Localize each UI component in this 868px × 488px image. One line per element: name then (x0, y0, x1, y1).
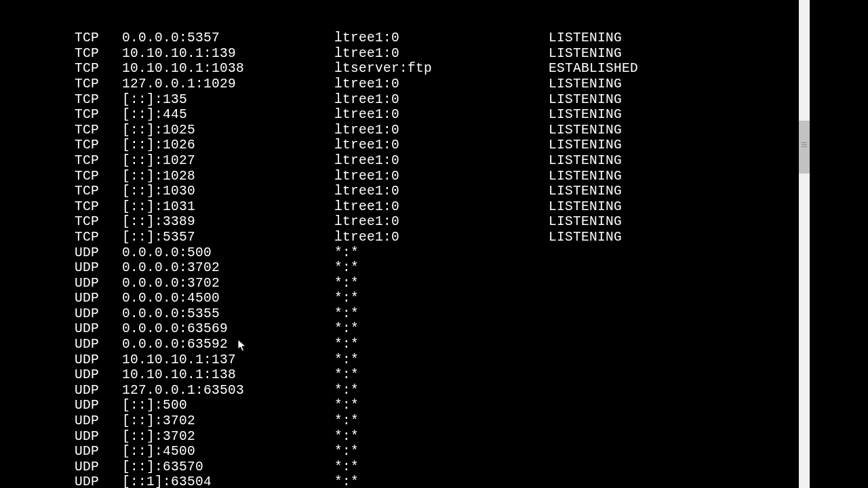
netstat-row: TCP[::]:135ltree1:0LISTENING (57, 92, 799, 108)
col-foreign-address: ltree1:0 (334, 77, 549, 92)
col-state: LISTENING (549, 169, 622, 184)
col-foreign-address: *:* (334, 337, 549, 352)
col-proto: UDP (57, 383, 122, 399)
netstat-row: TCP[::]:1027ltree1:0LISTENING (57, 153, 799, 169)
netstat-row: UDP[::]:4500*:* (57, 444, 799, 460)
netstat-row: TCP0.0.0.0:5357ltree1:0LISTENING (57, 30, 799, 46)
col-proto: TCP (57, 77, 122, 92)
col-local-address: [::]:63570 (122, 460, 334, 475)
col-foreign-address: ltree1:0 (334, 123, 549, 138)
col-proto: UDP (57, 291, 122, 306)
col-proto: UDP (57, 260, 122, 276)
col-proto: TCP (57, 214, 122, 230)
netstat-row: UDP0.0.0.0:5355*:* (57, 306, 799, 322)
col-state: LISTENING (549, 214, 622, 230)
col-state: LISTENING (549, 230, 622, 245)
terminal-output[interactable]: TCP0.0.0.0:5357ltree1:0LISTENINGTCP10.10… (57, 0, 799, 488)
netstat-row: UDP0.0.0.0:63592*:* (57, 337, 799, 352)
netstat-row: UDP[::]:63570*:* (57, 460, 799, 475)
col-proto: TCP (57, 61, 122, 77)
col-proto: UDP (57, 352, 122, 368)
col-local-address: 127.0.0.1:63503 (122, 383, 334, 399)
col-local-address: [::]:1025 (122, 123, 334, 138)
col-proto: TCP (57, 138, 122, 153)
col-foreign-address: ltree1:0 (334, 30, 549, 46)
col-local-address: [::]:3389 (122, 214, 334, 230)
netstat-row: UDP0.0.0.0:4500*:* (57, 291, 799, 306)
col-local-address: [::]:1026 (122, 138, 334, 153)
scrollbar-track[interactable] (799, 0, 810, 461)
col-foreign-address: *:* (334, 383, 549, 399)
col-foreign-address: *:* (334, 413, 549, 429)
col-state: LISTENING (549, 77, 622, 92)
col-foreign-address: ltree1:0 (334, 169, 549, 184)
col-local-address: 0.0.0.0:5355 (122, 306, 334, 322)
col-local-address: 10.10.10.1:137 (122, 352, 334, 368)
netstat-row: UDP10.10.10.1:138*:* (57, 367, 799, 383)
col-state: LISTENING (549, 153, 622, 169)
col-local-address: [::]:1027 (122, 153, 334, 169)
col-local-address: 0.0.0.0:500 (122, 245, 334, 261)
col-local-address: 0.0.0.0:63569 (122, 321, 334, 337)
col-proto: UDP (57, 337, 122, 352)
col-local-address: [::]:4500 (122, 444, 334, 460)
col-local-address: 0.0.0.0:5357 (122, 30, 334, 46)
scrollbar-thumb[interactable] (799, 121, 810, 174)
netstat-row: UDP0.0.0.0:3702*:* (57, 276, 799, 291)
col-proto: UDP (57, 429, 122, 445)
netstat-row: TCP[::]:1030ltree1:0LISTENING (57, 184, 799, 199)
col-local-address: [::1]:63504 (122, 474, 334, 488)
col-local-address: [::]:1031 (122, 199, 334, 215)
col-proto: UDP (57, 460, 122, 475)
col-state: LISTENING (549, 199, 622, 215)
col-foreign-address: ltree1:0 (334, 230, 549, 245)
netstat-row: TCP[::]:1028ltree1:0LISTENING (57, 169, 799, 184)
col-foreign-address: *:* (334, 321, 549, 337)
col-foreign-address: *:* (334, 352, 549, 368)
netstat-row: TCP[::]:5357ltree1:0LISTENING (57, 230, 799, 245)
col-state: LISTENING (549, 92, 622, 108)
col-proto: TCP (57, 184, 122, 199)
col-proto: TCP (57, 153, 122, 169)
netstat-row: TCP127.0.0.1:1029ltree1:0LISTENING (57, 77, 799, 92)
col-proto: TCP (57, 107, 122, 123)
netstat-row: UDP10.10.10.1:137*:* (57, 352, 799, 368)
netstat-row: TCP[::]:3389ltree1:0LISTENING (57, 214, 799, 230)
col-foreign-address: ltree1:0 (334, 199, 549, 215)
netstat-row: UDP0.0.0.0:3702*:* (57, 260, 799, 276)
netstat-row: UDP[::]:500*:* (57, 398, 799, 413)
col-proto: UDP (57, 306, 122, 322)
terminal-window: TCP0.0.0.0:5357ltree1:0LISTENINGTCP10.10… (0, 0, 868, 488)
col-foreign-address: *:* (334, 276, 549, 291)
col-proto: UDP (57, 444, 122, 460)
col-local-address: [::]:3702 (122, 429, 334, 445)
col-local-address: 0.0.0.0:63592 (122, 337, 334, 352)
col-local-address: [::]:445 (122, 107, 334, 123)
netstat-row: TCP10.10.10.1:139ltree1:0LISTENING (57, 46, 799, 62)
col-foreign-address: *:* (334, 398, 549, 413)
col-proto: UDP (57, 276, 122, 291)
scrollbar-lower (799, 461, 810, 488)
col-foreign-address: ltree1:0 (334, 107, 549, 123)
col-foreign-address: ltree1:0 (334, 214, 549, 230)
col-state: LISTENING (549, 107, 622, 123)
col-foreign-address: *:* (334, 429, 549, 445)
col-proto: UDP (57, 367, 122, 383)
col-foreign-address: ltree1:0 (334, 153, 549, 169)
col-proto: TCP (57, 169, 122, 184)
col-proto: TCP (57, 123, 122, 138)
netstat-row: TCP[::]:445ltree1:0LISTENING (57, 107, 799, 123)
netstat-row: UDP0.0.0.0:63569*:* (57, 321, 799, 337)
col-foreign-address: ltserver:ftp (334, 61, 549, 77)
netstat-row: TCP[::]:1031ltree1:0LISTENING (57, 199, 799, 215)
col-state: LISTENING (549, 123, 622, 138)
col-proto: TCP (57, 199, 122, 215)
netstat-row: UDP127.0.0.1:63503*:* (57, 383, 799, 399)
col-local-address: 127.0.0.1:1029 (122, 77, 334, 92)
col-state: LISTENING (549, 46, 622, 62)
col-local-address: 0.0.0.0:3702 (122, 276, 334, 291)
col-state: LISTENING (549, 184, 622, 199)
col-state: LISTENING (549, 138, 622, 153)
netstat-row: TCP[::]:1026ltree1:0LISTENING (57, 138, 799, 153)
col-foreign-address: *:* (334, 245, 549, 261)
